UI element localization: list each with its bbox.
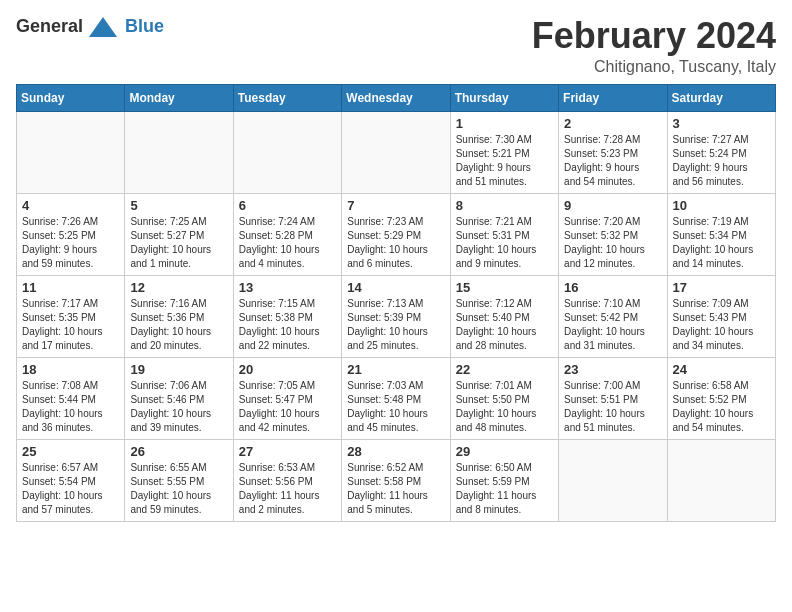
day-info: Sunrise: 7:16 AM Sunset: 5:36 PM Dayligh… bbox=[130, 297, 227, 353]
calendar-day-cell: 12Sunrise: 7:16 AM Sunset: 5:36 PM Dayli… bbox=[125, 275, 233, 357]
day-number: 12 bbox=[130, 280, 227, 295]
day-info: Sunrise: 7:15 AM Sunset: 5:38 PM Dayligh… bbox=[239, 297, 336, 353]
day-info: Sunrise: 6:53 AM Sunset: 5:56 PM Dayligh… bbox=[239, 461, 336, 517]
calendar-day-cell: 27Sunrise: 6:53 AM Sunset: 5:56 PM Dayli… bbox=[233, 439, 341, 521]
calendar-day-cell: 16Sunrise: 7:10 AM Sunset: 5:42 PM Dayli… bbox=[559, 275, 667, 357]
calendar-day-cell bbox=[125, 111, 233, 193]
day-number: 2 bbox=[564, 116, 661, 131]
day-number: 16 bbox=[564, 280, 661, 295]
day-number: 8 bbox=[456, 198, 553, 213]
day-info: Sunrise: 6:57 AM Sunset: 5:54 PM Dayligh… bbox=[22, 461, 119, 517]
day-info: Sunrise: 7:19 AM Sunset: 5:34 PM Dayligh… bbox=[673, 215, 770, 271]
month-title: February 2024 bbox=[532, 16, 776, 56]
day-number: 13 bbox=[239, 280, 336, 295]
day-number: 5 bbox=[130, 198, 227, 213]
calendar-day-cell: 4Sunrise: 7:26 AM Sunset: 5:25 PM Daylig… bbox=[17, 193, 125, 275]
day-number: 1 bbox=[456, 116, 553, 131]
calendar-day-cell: 6Sunrise: 7:24 AM Sunset: 5:28 PM Daylig… bbox=[233, 193, 341, 275]
calendar-day-cell: 25Sunrise: 6:57 AM Sunset: 5:54 PM Dayli… bbox=[17, 439, 125, 521]
calendar-day-cell: 2Sunrise: 7:28 AM Sunset: 5:23 PM Daylig… bbox=[559, 111, 667, 193]
day-info: Sunrise: 7:01 AM Sunset: 5:50 PM Dayligh… bbox=[456, 379, 553, 435]
calendar-day-cell: 20Sunrise: 7:05 AM Sunset: 5:47 PM Dayli… bbox=[233, 357, 341, 439]
day-number: 20 bbox=[239, 362, 336, 377]
calendar-day-cell bbox=[233, 111, 341, 193]
calendar-day-cell bbox=[667, 439, 775, 521]
calendar-week-row: 4Sunrise: 7:26 AM Sunset: 5:25 PM Daylig… bbox=[17, 193, 776, 275]
day-number: 19 bbox=[130, 362, 227, 377]
page-header: General Blue February 2024 Chitignano, T… bbox=[16, 16, 776, 76]
calendar-day-cell: 29Sunrise: 6:50 AM Sunset: 5:59 PM Dayli… bbox=[450, 439, 558, 521]
calendar-week-row: 18Sunrise: 7:08 AM Sunset: 5:44 PM Dayli… bbox=[17, 357, 776, 439]
calendar-day-cell: 23Sunrise: 7:00 AM Sunset: 5:51 PM Dayli… bbox=[559, 357, 667, 439]
day-info: Sunrise: 7:13 AM Sunset: 5:39 PM Dayligh… bbox=[347, 297, 444, 353]
calendar-day-cell bbox=[17, 111, 125, 193]
calendar-day-cell: 11Sunrise: 7:17 AM Sunset: 5:35 PM Dayli… bbox=[17, 275, 125, 357]
calendar-day-cell: 22Sunrise: 7:01 AM Sunset: 5:50 PM Dayli… bbox=[450, 357, 558, 439]
day-number: 9 bbox=[564, 198, 661, 213]
calendar-week-row: 11Sunrise: 7:17 AM Sunset: 5:35 PM Dayli… bbox=[17, 275, 776, 357]
day-info: Sunrise: 7:03 AM Sunset: 5:48 PM Dayligh… bbox=[347, 379, 444, 435]
calendar-day-cell: 13Sunrise: 7:15 AM Sunset: 5:38 PM Dayli… bbox=[233, 275, 341, 357]
day-number: 23 bbox=[564, 362, 661, 377]
day-info: Sunrise: 6:55 AM Sunset: 5:55 PM Dayligh… bbox=[130, 461, 227, 517]
day-number: 4 bbox=[22, 198, 119, 213]
location-subtitle: Chitignano, Tuscany, Italy bbox=[532, 58, 776, 76]
day-info: Sunrise: 7:24 AM Sunset: 5:28 PM Dayligh… bbox=[239, 215, 336, 271]
weekday-header: Sunday bbox=[17, 84, 125, 111]
calendar-day-cell: 3Sunrise: 7:27 AM Sunset: 5:24 PM Daylig… bbox=[667, 111, 775, 193]
calendar-day-cell: 15Sunrise: 7:12 AM Sunset: 5:40 PM Dayli… bbox=[450, 275, 558, 357]
day-info: Sunrise: 7:27 AM Sunset: 5:24 PM Dayligh… bbox=[673, 133, 770, 189]
calendar-header-row: SundayMondayTuesdayWednesdayThursdayFrid… bbox=[17, 84, 776, 111]
svg-marker-0 bbox=[89, 17, 117, 37]
weekday-header: Monday bbox=[125, 84, 233, 111]
day-info: Sunrise: 6:50 AM Sunset: 5:59 PM Dayligh… bbox=[456, 461, 553, 517]
day-info: Sunrise: 7:21 AM Sunset: 5:31 PM Dayligh… bbox=[456, 215, 553, 271]
day-number: 15 bbox=[456, 280, 553, 295]
calendar-day-cell: 17Sunrise: 7:09 AM Sunset: 5:43 PM Dayli… bbox=[667, 275, 775, 357]
day-number: 6 bbox=[239, 198, 336, 213]
calendar-day-cell: 14Sunrise: 7:13 AM Sunset: 5:39 PM Dayli… bbox=[342, 275, 450, 357]
title-area: February 2024 Chitignano, Tuscany, Italy bbox=[532, 16, 776, 76]
day-info: Sunrise: 7:26 AM Sunset: 5:25 PM Dayligh… bbox=[22, 215, 119, 271]
day-info: Sunrise: 7:17 AM Sunset: 5:35 PM Dayligh… bbox=[22, 297, 119, 353]
day-number: 18 bbox=[22, 362, 119, 377]
calendar-day-cell bbox=[342, 111, 450, 193]
weekday-header: Wednesday bbox=[342, 84, 450, 111]
day-number: 10 bbox=[673, 198, 770, 213]
day-number: 28 bbox=[347, 444, 444, 459]
day-info: Sunrise: 7:12 AM Sunset: 5:40 PM Dayligh… bbox=[456, 297, 553, 353]
calendar-week-row: 25Sunrise: 6:57 AM Sunset: 5:54 PM Dayli… bbox=[17, 439, 776, 521]
day-number: 26 bbox=[130, 444, 227, 459]
day-number: 29 bbox=[456, 444, 553, 459]
day-info: Sunrise: 7:20 AM Sunset: 5:32 PM Dayligh… bbox=[564, 215, 661, 271]
day-number: 14 bbox=[347, 280, 444, 295]
calendar-day-cell: 18Sunrise: 7:08 AM Sunset: 5:44 PM Dayli… bbox=[17, 357, 125, 439]
day-number: 17 bbox=[673, 280, 770, 295]
day-info: Sunrise: 7:10 AM Sunset: 5:42 PM Dayligh… bbox=[564, 297, 661, 353]
calendar-day-cell: 19Sunrise: 7:06 AM Sunset: 5:46 PM Dayli… bbox=[125, 357, 233, 439]
day-number: 7 bbox=[347, 198, 444, 213]
day-info: Sunrise: 7:06 AM Sunset: 5:46 PM Dayligh… bbox=[130, 379, 227, 435]
weekday-header: Thursday bbox=[450, 84, 558, 111]
day-info: Sunrise: 7:23 AM Sunset: 5:29 PM Dayligh… bbox=[347, 215, 444, 271]
calendar-day-cell bbox=[559, 439, 667, 521]
logo-general: General bbox=[16, 16, 83, 37]
day-number: 3 bbox=[673, 116, 770, 131]
day-number: 22 bbox=[456, 362, 553, 377]
day-number: 27 bbox=[239, 444, 336, 459]
calendar-day-cell: 8Sunrise: 7:21 AM Sunset: 5:31 PM Daylig… bbox=[450, 193, 558, 275]
calendar-day-cell: 5Sunrise: 7:25 AM Sunset: 5:27 PM Daylig… bbox=[125, 193, 233, 275]
day-number: 21 bbox=[347, 362, 444, 377]
day-info: Sunrise: 7:09 AM Sunset: 5:43 PM Dayligh… bbox=[673, 297, 770, 353]
day-info: Sunrise: 7:00 AM Sunset: 5:51 PM Dayligh… bbox=[564, 379, 661, 435]
day-number: 24 bbox=[673, 362, 770, 377]
day-info: Sunrise: 7:30 AM Sunset: 5:21 PM Dayligh… bbox=[456, 133, 553, 189]
calendar-day-cell: 9Sunrise: 7:20 AM Sunset: 5:32 PM Daylig… bbox=[559, 193, 667, 275]
calendar-day-cell: 7Sunrise: 7:23 AM Sunset: 5:29 PM Daylig… bbox=[342, 193, 450, 275]
day-info: Sunrise: 7:05 AM Sunset: 5:47 PM Dayligh… bbox=[239, 379, 336, 435]
day-info: Sunrise: 7:28 AM Sunset: 5:23 PM Dayligh… bbox=[564, 133, 661, 189]
weekday-header: Saturday bbox=[667, 84, 775, 111]
calendar-day-cell: 24Sunrise: 6:58 AM Sunset: 5:52 PM Dayli… bbox=[667, 357, 775, 439]
calendar-day-cell: 1Sunrise: 7:30 AM Sunset: 5:21 PM Daylig… bbox=[450, 111, 558, 193]
logo-icon bbox=[89, 17, 117, 37]
